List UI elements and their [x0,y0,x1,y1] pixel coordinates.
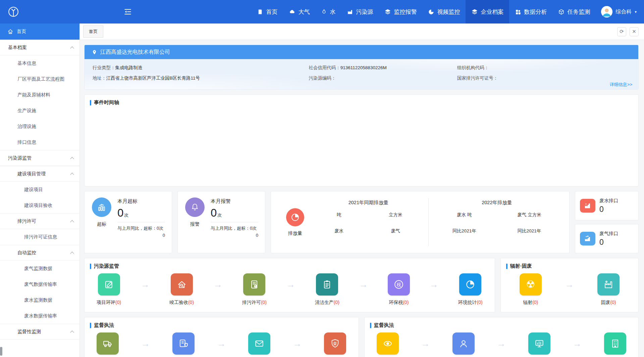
mail-tile[interactable] [248,332,270,355]
eia-tile[interactable] [98,273,120,296]
sidebar-group-auto-monitor[interactable]: 自动监控 [0,245,79,261]
flow-step-supervise-shield: 督 [324,332,346,355]
top-navbar: 首页 大气 水 污染源 监控报警 视频监控 企业档案 数据分析 [0,0,644,24]
user-menu[interactable]: 综合科 ▾ [596,6,644,17]
flow-step-radiation: ☢ 辐射(0) [520,273,542,306]
gas-outlet-label: 废气排口 [599,231,618,237]
nav-item-pollution-source[interactable]: 污染源 [341,0,379,24]
avatar [601,6,612,17]
sidebar-item-gas-monitor-data[interactable]: 废气监测数据 [0,261,79,276]
sidebar-item-water-monitor-data[interactable]: 废水监测数据 [0,292,79,308]
nav-item-task-monitor[interactable]: 任务监测 [552,0,596,24]
flow-step-completion-acceptance: 竣工验收(0) [169,273,194,306]
env-statistics-tile[interactable] [459,273,481,296]
building-tile[interactable] [604,332,626,355]
pie-chart-icon [290,213,300,222]
nav-item-enterprise-archive[interactable]: 企业档案 [466,0,509,24]
tab-home[interactable]: 首页 [83,26,103,38]
refresh-button[interactable]: ⟳ [617,27,626,36]
sidebar-group-construction-project[interactable]: 建设项目管理 [0,166,79,182]
emission-icon-circle [286,208,304,226]
exceed-value: 0次 [117,207,165,219]
emission-2022-title: 2022年排放量 [432,199,562,206]
completion-acceptance-tile[interactable] [171,273,193,296]
sidebar-group-supervisory-monitor[interactable]: 监督性监测 [0,324,79,340]
sidebar-group-discharge-permit[interactable]: 排污许可 [0,213,79,229]
company-info: 行业类型：集成电路制造 社会信用代码：91361122058830226M 组织… [85,59,638,90]
flow-step-monitor-chart [528,332,550,355]
law-enforcement-panel-right: 监督执法 → → [364,317,639,357]
sidebar-item-label: 基本档案 [8,45,27,51]
exceed-title: 本月超标 [117,198,165,205]
page-content: 江西高盛达光电技术有限公司 行业类型：集成电路制造 社会信用代码：9136112… [80,40,644,357]
sidebar: 首页 基本档案 基本信息 厂区平面及工艺流程图 产能及原辅材料 生产设施 治理设… [0,24,80,357]
sidebar-item-basic-info[interactable]: 基本信息 [0,55,79,71]
nav-item-water[interactable]: 水 [315,0,341,24]
sidebar-item-project-acceptance[interactable]: 建设项目验收 [0,197,79,213]
sidebar-item-capacity-materials[interactable]: 产能及原辅材料 [0,87,79,103]
sidebar-group-pollution-supervision[interactable]: 污染源监管 [0,150,79,166]
archive-layers-icon [471,8,478,15]
nav-label: 监控报警 [394,8,417,16]
clean-production-tile[interactable] [316,273,338,296]
sidebar-item-plant-layout[interactable]: 厂区平面及工艺流程图 [0,71,79,87]
person-tile[interactable] [452,332,475,355]
env-tax-tile[interactable]: 税 [388,273,410,296]
pollution-section-title: 污染源监管 [94,263,119,269]
sidebar-item-label: 基本信息 [17,60,36,66]
tile-label: 环境统计(0) [458,300,483,306]
sidebar-item-label: 废气监测数据 [24,266,52,272]
monitor-chart-tile[interactable] [528,332,550,355]
sidebar-item-label: 监督性监测 [17,329,41,335]
sidebar-item-permit-info[interactable]: 排污许可证信息 [0,229,79,245]
emission-card: 排放量 2021年同期排放量 吨废水 立方米废气 2022年排放量 废水 吨同比 [271,191,570,253]
sidebar-collapse-button[interactable] [123,7,132,16]
solid-waste-tile[interactable] [597,273,620,296]
inspection-eye-tile[interactable] [377,332,399,355]
chevron-up-icon [70,157,74,161]
doc-shield-tile[interactable] [172,332,195,355]
water-outlet-card: 废水排口 0 [575,191,639,220]
svg-text:督: 督 [333,342,337,346]
sidebar-item-water-transfer-rate[interactable]: 废水数据传输率 [0,308,79,324]
scrollbar-thumb[interactable] [0,347,2,356]
nav-item-home[interactable]: 首页 [251,0,283,24]
sidebar-item-treatment-facility[interactable]: 治理设施 [0,119,79,134]
nav-label: 污染源 [356,8,373,16]
law-left-section-title: 监督执法 [94,322,114,328]
radiation-waste-panel: 辐射·固废 ☢ 辐射(0) → 固 [500,258,639,312]
detail-info-link[interactable]: 详细信息>> [610,82,632,88]
close-button[interactable]: ✕ [630,27,639,36]
vehicle-tile[interactable] [97,332,119,355]
sidebar-item-production-facility[interactable]: 生产设施 [0,103,79,119]
sidebar-item-outlet-info[interactable]: 排口信息 [0,134,79,150]
supervise-shield-tile[interactable]: 督 [324,332,346,355]
sidebar-group-basic-archive[interactable]: 基本档案 [0,40,79,55]
nav-item-monitor-alarm[interactable]: 监控报警 [379,0,422,24]
book-icon [257,9,263,15]
nav-item-air[interactable]: 大气 [283,0,315,24]
chevron-up-icon [70,220,74,224]
nav-label: 企业档案 [481,8,503,16]
chevron-up-icon [70,173,74,176]
sidebar-item-label: 产能及原辅材料 [17,92,50,98]
tile-label: 辐射(0) [523,300,538,306]
sidebar-item-label: 排口信息 [17,139,36,145]
layers-icon [384,8,391,15]
discharge-permit-tile[interactable] [243,273,265,296]
sidebar-item-construction-project[interactable]: 建设项目 [0,182,79,197]
logo-tree-icon [7,6,19,18]
arrow-icon: → [286,273,295,296]
clipboard-icon [322,279,332,290]
radiation-tile[interactable]: ☢ [520,273,542,296]
flow-step-discharge-permit: 排污许可(0) [242,273,267,306]
chevron-up-icon [70,46,74,50]
flow-step-mail [248,332,270,355]
nav-item-data-analysis[interactable]: 数据分析 [509,0,552,24]
arrow-icon: → [573,332,582,355]
sidebar-item-label: 生产设施 [17,108,36,114]
sidebar-item-gas-transfer-rate[interactable]: 废气数据传输率 [0,276,79,292]
nav-item-video[interactable]: 视频监控 [422,0,466,24]
sidebar-item-home[interactable]: 首页 [0,24,79,40]
tile-label: 排污许可(0) [242,300,267,306]
